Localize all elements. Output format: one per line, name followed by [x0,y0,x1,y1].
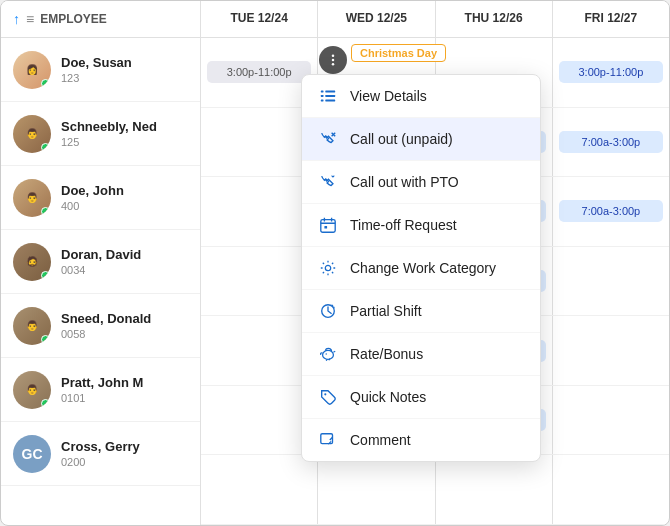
svg-point-19 [325,353,326,354]
employee-name: Doe, John [61,183,124,198]
employee-id: 0058 [61,328,151,340]
menu-item-partial-shift[interactable]: Partial Shift [302,290,540,333]
phone-pto-icon [318,172,338,192]
avatar: 🧔 [13,243,51,281]
employee-id: 123 [61,72,132,84]
svg-line-21 [326,359,327,360]
menu-item-change-work-category[interactable]: Change Work Category [302,247,540,290]
avatar-image: 👨 [26,320,38,331]
tag-icon [318,387,338,407]
svg-line-22 [333,351,335,352]
status-dot [41,143,50,152]
avatar-initials: GC [22,446,43,462]
menu-item-comment[interactable]: Comment [302,419,540,461]
menu-item-quick-notes[interactable]: Quick Notes [302,376,540,419]
svg-rect-11 [321,220,335,233]
menu-label: Change Work Category [350,260,496,276]
header-wed: WED 12/25 [318,1,435,37]
svg-rect-4 [325,91,335,93]
shift-block: 7:00a-3:00p [559,131,663,153]
calendar-icon [318,215,338,235]
menu-item-time-off[interactable]: Time-off Request [302,204,540,247]
menu-label: Time-off Request [350,217,457,233]
svg-point-18 [323,350,334,359]
menu-label: Rate/Bonus [350,346,423,362]
avatar: 👨 [13,307,51,345]
employee-id: 125 [61,136,157,148]
avatar-image: 👨 [26,384,38,395]
header-thu: THU 12/26 [436,1,553,37]
svg-point-0 [332,55,335,58]
menu-item-call-out-pto[interactable]: Call out with PTO [302,161,540,204]
gear-icon [318,258,338,278]
menu-item-call-out-unpaid[interactable]: Call out (unpaid) [302,118,540,161]
schedule-cell-wed [318,455,435,524]
employee-name: Pratt, John M [61,375,143,390]
employee-column-header: ↑ ≡ EMPLOYEE [1,1,201,37]
list-item[interactable]: 👨 Schneebly, Ned 125 [1,102,200,166]
list-item[interactable]: GC Cross, Gerry 0200 [1,422,200,486]
body-row: 👩 Doe, Susan 123 👨 Schneebly, Ned 125 [1,38,669,525]
employee-column: 👩 Doe, Susan 123 👨 Schneebly, Ned 125 [1,38,201,525]
avatar: 👨 [13,179,51,217]
employee-header-label: EMPLOYEE [40,12,107,26]
three-dot-button[interactable] [319,46,347,74]
schedule-cell-fri [553,316,669,385]
list-item[interactable]: 👨 Pratt, John M 0101 [1,358,200,422]
svg-rect-3 [321,91,324,93]
clock-partial-icon [318,301,338,321]
employee-name: Cross, Gerry [61,439,140,454]
status-dot [41,271,50,280]
svg-point-2 [332,63,335,66]
schedule-cell-fri[interactable]: 7:00a-3:00p [553,108,669,177]
menu-label: Comment [350,432,411,448]
menu-label: Quick Notes [350,389,426,405]
avatar-image: 👨 [26,128,38,139]
menu-label: Call out (unpaid) [350,131,453,147]
list-item[interactable]: 👨 Sneed, Donald 0058 [1,294,200,358]
svg-rect-6 [325,95,335,97]
list-item[interactable]: 🧔 Doran, David 0034 [1,230,200,294]
list-item[interactable]: 👩 Doe, Susan 123 [1,38,200,102]
menu-label: Partial Shift [350,303,422,319]
avatar: GC [13,435,51,473]
context-menu: View Details Call out (unpaid) [301,74,541,462]
menu-item-rate-bonus[interactable]: Rate/Bonus [302,333,540,376]
menu-label: Call out with PTO [350,174,459,190]
svg-rect-8 [325,100,335,102]
schedule-cell-fri[interactable]: 7:00a-3:00p [553,177,669,246]
list-icon [318,86,338,106]
header-fri: FRI 12/27 [553,1,669,37]
employee-name: Doe, Susan [61,55,132,70]
ellipsis-icon [326,53,340,67]
svg-line-20 [329,359,330,361]
svg-rect-7 [321,100,324,102]
avatar: 👨 [13,371,51,409]
employee-name: Schneebly, Ned [61,119,157,134]
status-dot [41,335,50,344]
shift-block: 7:00a-3:00p [559,200,663,222]
phone-x-icon [318,129,338,149]
piggy-icon [318,344,338,364]
employee-id: 0101 [61,392,143,404]
schedule-cell-fri[interactable]: 3:00p-11:00p [553,38,669,107]
table-row [201,455,669,525]
avatar-image: 👩 [26,64,38,75]
svg-point-1 [332,59,335,62]
status-dot [41,399,50,408]
schedule-grid: 3:00p-11:00p 3:00p-11:00p 7:00a-3:00p [201,38,669,525]
edit-icon [318,430,338,450]
filter-icon[interactable]: ≡ [26,11,34,27]
list-item[interactable]: 👨 Doe, John 400 [1,166,200,230]
shift-block: 3:00p-11:00p [207,61,311,83]
employee-id: 400 [61,200,124,212]
sort-icon[interactable]: ↑ [13,11,20,27]
schedule-cell-fri [553,386,669,455]
menu-item-view-details[interactable]: View Details [302,75,540,118]
employee-name: Doran, David [61,247,141,262]
schedule-cell-fri [553,247,669,316]
shift-block: 3:00p-11:00p [559,61,663,83]
schedule-cell-tue [201,455,318,524]
avatar: 👩 [13,51,51,89]
status-dot [41,207,50,216]
